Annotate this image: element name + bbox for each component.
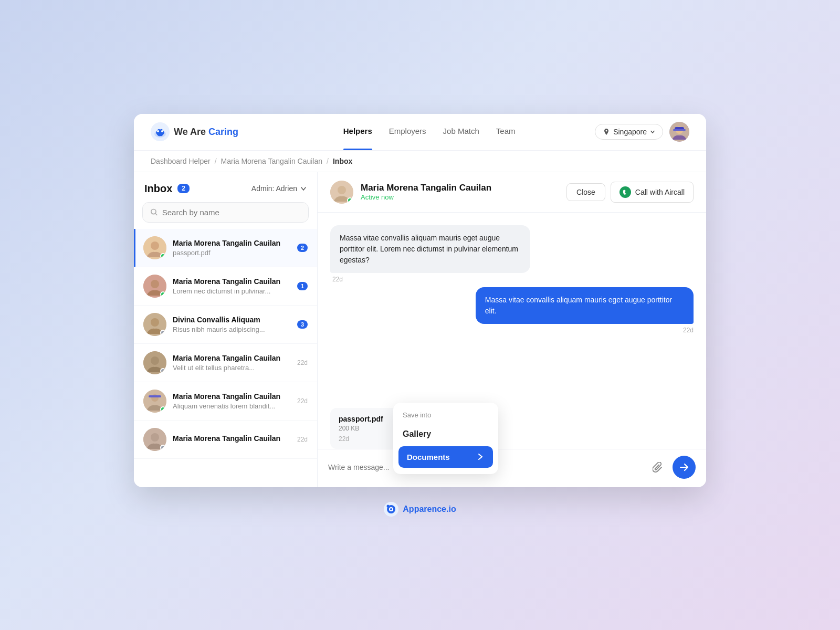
header-right: Singapore — [595, 122, 689, 142]
unread-badge: 1 — [297, 282, 308, 290]
status-indicator — [160, 253, 166, 259]
search-box — [142, 202, 309, 223]
chat-messages: Massa vitae convallis aliquam mauris ege… — [318, 213, 706, 401]
send-icon — [679, 462, 689, 472]
location-icon — [603, 128, 610, 135]
contact-meta: 22d — [297, 436, 308, 443]
contact-meta: 1 — [297, 282, 308, 290]
contact-item[interactable]: Maria Morena Tangalin Cauilan Velit ut e… — [134, 344, 317, 382]
chevron-down-icon — [300, 185, 307, 192]
contact-name: Maria Morena Tangalin Cauilan — [173, 434, 291, 443]
message-time: 22d — [330, 276, 343, 283]
user-avatar-header[interactable] — [669, 122, 689, 142]
message-outgoing: Massa vitae convallis aliquam mauris ege… — [476, 287, 694, 334]
contact-meta: 22d — [297, 397, 308, 405]
chat-header: Maria Morena Tangalin Cauilan Active now… — [318, 172, 706, 213]
user-avatar-image — [669, 122, 689, 142]
contact-preview: Lorem nec dictumst in pulvinar... — [173, 287, 291, 295]
message-incoming: Massa vitae convallis aliquam mauris ege… — [330, 225, 530, 283]
svg-point-13 — [151, 280, 159, 288]
svg-point-29 — [390, 508, 392, 510]
chevron-right-icon — [476, 453, 485, 461]
contact-time: 22d — [297, 397, 308, 405]
location-label: Singapore — [613, 128, 647, 136]
contact-info: Maria Morena Tangalin Cauilan Lorem nec … — [173, 277, 291, 295]
status-indicator — [160, 330, 166, 335]
breadcrumb-item-inbox[interactable]: Inbox — [333, 157, 352, 165]
svg-point-22 — [151, 433, 159, 442]
svg-point-15 — [151, 318, 159, 327]
aircall-label: Call with Aircall — [635, 188, 685, 196]
contact-name: Maria Morena Tangalin Cauilan — [173, 392, 291, 401]
svg-point-4 — [606, 130, 607, 132]
inbox-badge: 2 — [177, 184, 190, 193]
avatar — [143, 236, 166, 259]
footer-brand: Apparence.io — [403, 505, 456, 514]
contact-name: Maria Morena Tangalin Cauilan — [173, 354, 291, 362]
app-window: We Are Caring Helpers Employers Job Matc… — [134, 114, 706, 487]
contact-info: Maria Morena Tangalin Cauilan Aliquam ve… — [173, 392, 291, 410]
aircall-button[interactable]: Call with Aircall — [611, 182, 694, 203]
chat-actions: Close Call with Aircall — [566, 182, 694, 203]
avatar — [143, 351, 166, 374]
svg-point-24 — [338, 186, 346, 194]
chat-input-area — [318, 449, 706, 487]
contact-preview: Velit ut elit tellus pharetra... — [173, 364, 291, 372]
svg-rect-20 — [149, 395, 161, 397]
search-icon — [150, 208, 158, 216]
attachment-button[interactable] — [649, 459, 666, 476]
admin-dropdown-button[interactable]: Admin: Adrien — [251, 184, 307, 193]
breadcrumb-sep-1: / — [215, 157, 217, 165]
contact-time: 22d — [297, 359, 308, 366]
avatar — [143, 390, 166, 413]
contact-item[interactable]: Maria Morena Tangalin Cauilan passport.p… — [134, 229, 317, 267]
unread-badge: 2 — [297, 244, 308, 252]
send-button[interactable] — [673, 456, 696, 479]
svg-point-30 — [387, 505, 390, 507]
inbox-label: Inbox — [144, 183, 172, 195]
contact-meta: 2 — [297, 244, 308, 252]
inbox-header: Inbox 2 Admin: Adrien — [134, 172, 317, 202]
nav-item-team[interactable]: Team — [496, 127, 516, 138]
contact-name: Divina Convallis Aliquam — [173, 316, 291, 324]
nav-item-employers[interactable]: Employers — [389, 127, 426, 138]
message-bubble: Massa vitae convallis aliquam mauris ege… — [476, 287, 694, 324]
footer-logo-icon — [384, 502, 398, 517]
chevron-down-icon — [650, 129, 655, 134]
nav-item-helpers[interactable]: Helpers — [343, 127, 372, 138]
breadcrumb-sep-2: / — [327, 157, 329, 165]
save-gallery-option[interactable]: Gallery — [393, 424, 498, 444]
right-panel: Maria Morena Tangalin Cauilan Active now… — [318, 172, 706, 487]
contact-time: 22d — [297, 436, 308, 443]
contact-item[interactable]: Divina Convallis Aliquam Risus nibh maur… — [134, 306, 317, 344]
svg-point-2 — [157, 130, 159, 132]
avatar — [143, 275, 166, 298]
save-documents-option[interactable]: Documents — [398, 446, 493, 468]
save-dropdown: Save into Gallery Documents — [393, 403, 498, 474]
nav-item-jobmatch[interactable]: Job Match — [443, 127, 479, 138]
logo-text: We Are Caring — [174, 127, 238, 138]
chat-user-info: Maria Morena Tangalin Cauilan Active now — [361, 183, 559, 201]
contact-item[interactable]: Maria Morena Tangalin Cauilan Aliquam ve… — [134, 382, 317, 421]
close-button[interactable]: Close — [566, 183, 605, 201]
location-button[interactable]: Singapore — [595, 124, 663, 140]
search-input[interactable] — [162, 208, 301, 217]
contact-item[interactable]: Maria Morena Tangalin Cauilan 22d — [134, 421, 317, 459]
admin-label: Admin: Adrien — [251, 184, 297, 193]
attachment-area: passport.pdf ··· 200 KB 22d Save into Ga… — [318, 401, 706, 449]
chat-user-name: Maria Morena Tangalin Cauilan — [361, 183, 559, 193]
contact-info: Maria Morena Tangalin Cauilan — [173, 434, 291, 444]
breadcrumb-item-dashboard[interactable]: Dashboard Helper — [151, 157, 211, 165]
unread-badge: 3 — [297, 320, 308, 329]
contact-item[interactable]: Maria Morena Tangalin Cauilan Lorem nec … — [134, 267, 317, 306]
contact-meta: 22d — [297, 359, 308, 366]
svg-point-17 — [151, 356, 159, 365]
message-bubble: Massa vitae convallis aliquam mauris ege… — [330, 225, 530, 273]
breadcrumb: Dashboard Helper / Maria Morena Tangalin… — [134, 151, 706, 172]
status-indicator — [160, 291, 166, 297]
documents-label: Documents — [407, 453, 450, 461]
status-indicator — [160, 406, 166, 412]
paperclip-icon — [653, 462, 663, 472]
status-indicator — [160, 368, 166, 374]
breadcrumb-item-user[interactable]: Maria Morena Tangalin Cauilan — [221, 157, 323, 165]
